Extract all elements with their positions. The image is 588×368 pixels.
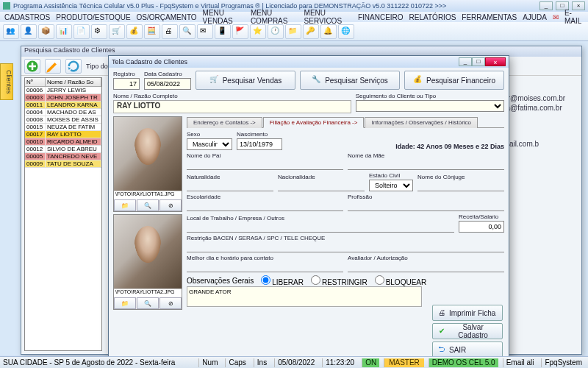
photo1-clear-button[interactable]: ⊘	[159, 199, 182, 211]
pesquisar-financeiro-button[interactable]: 💰 Pesquisar Financeiro	[404, 71, 504, 90]
escolaridade-input[interactable]	[187, 201, 343, 211]
photo-2-image	[114, 215, 182, 289]
photo2-clear-button[interactable]: ⊘	[159, 297, 182, 309]
sair-button[interactable]: ⮌SAIR	[432, 342, 503, 358]
pai-input[interactable]	[187, 160, 343, 170]
col-nome[interactable]: Nome / Razão So	[46, 78, 101, 86]
tool-doc-icon[interactable]: 📄	[74, 24, 90, 39]
radio-restringir[interactable]	[311, 275, 320, 285]
seguimento-select[interactable]	[356, 100, 504, 112]
salvar-button[interactable]: ✔Salvar Cadastro	[432, 323, 503, 339]
refresh-button[interactable]	[65, 59, 82, 74]
tool-search-icon[interactable]: 🔍	[179, 24, 196, 39]
col-no[interactable]: Nº	[25, 78, 46, 86]
modal-min-button[interactable]: _	[459, 57, 472, 66]
nacionalidade-input[interactable]	[278, 181, 365, 191]
table-row[interactable]: 00006JERRY LEWIS	[25, 87, 101, 94]
trabalho-label: Local de Trabalho / Empresa / Outros	[187, 215, 454, 222]
restricao-input[interactable]	[187, 242, 504, 252]
menu-financeiro[interactable]: FINANCEIRO	[358, 13, 404, 21]
radio-liberar[interactable]	[261, 275, 270, 285]
profissao-input[interactable]	[348, 201, 504, 211]
registro-input[interactable]	[113, 78, 140, 90]
tool-mail-icon[interactable]: ✉	[197, 24, 213, 39]
status-email[interactable]: Email ali	[503, 358, 537, 367]
photo2-zoom-button[interactable]: 🔍	[137, 297, 159, 309]
opt-liberar[interactable]: LIBERAR	[261, 275, 304, 286]
avaliador-input[interactable]	[348, 262, 504, 272]
data-cadastro-input[interactable]	[144, 78, 191, 90]
photo1-folder-button[interactable]: 📁	[114, 199, 136, 211]
estado-civil-select[interactable]: Solteiro	[369, 180, 413, 191]
tool-users-icon[interactable]: 👥	[3, 24, 19, 39]
cart-icon: 🛒	[209, 75, 220, 85]
imprimir-button[interactable]: 🖨Imprimir Ficha	[432, 305, 503, 321]
table-row[interactable]: 00017RAY LIOTTO	[25, 131, 101, 138]
menu-cadastros[interactable]: CADASTROS	[4, 13, 50, 21]
table-row[interactable]: 00009TATU DE SOUZA	[25, 160, 101, 168]
tool-calc-icon[interactable]: 🧮	[144, 24, 160, 39]
menu-compras[interactable]: MENU COMPRAS	[251, 9, 298, 25]
trabalho-input[interactable]	[187, 222, 454, 233]
menu-produto[interactable]: PRODUTO/ESTOQUE	[56, 13, 130, 21]
minimize-button[interactable]: _	[539, 1, 553, 10]
table-row[interactable]: 00003JOHN JOSEPH TR	[25, 94, 101, 102]
tool-phone-icon[interactable]: 📱	[215, 24, 231, 39]
horario-input[interactable]	[187, 262, 343, 272]
tool-flag-icon[interactable]: 🚩	[232, 24, 248, 39]
photo2-folder-button[interactable]: 📁	[114, 297, 136, 309]
tab-informacoes[interactable]: Informações / Observações / Histórico	[365, 117, 478, 128]
mae-input[interactable]	[348, 160, 504, 170]
radio-bloquear[interactable]	[375, 275, 384, 285]
menu-vendas[interactable]: MENU VENDAS	[203, 9, 245, 25]
tool-chart-icon[interactable]: 📊	[56, 24, 72, 39]
opt-restringir[interactable]: RESTRINGIR	[311, 275, 368, 286]
modal-max-button[interactable]: □	[472, 57, 485, 66]
table-row[interactable]: 00004MACHADO DE AS	[25, 109, 101, 116]
tab-endereco[interactable]: Endereço e Contatos ->	[187, 117, 262, 128]
receita-input[interactable]	[459, 221, 504, 233]
menu-servicos[interactable]: MENU SERVIÇOS	[304, 9, 352, 25]
add-button[interactable]	[24, 59, 40, 74]
tool-print-icon[interactable]: 🖨	[162, 24, 178, 39]
menu-ajuda[interactable]: AJUDA	[523, 13, 547, 21]
modal-close-button[interactable]: ×	[485, 57, 506, 66]
nascimento-input[interactable]	[237, 138, 282, 150]
tab-filiacao[interactable]: Filiação e Avaliação Financeira ->	[263, 117, 365, 128]
menu-os[interactable]: OS/ORÇAMENTO	[137, 13, 197, 21]
tool-bell-icon[interactable]: 🔔	[320, 24, 337, 39]
nome-value[interactable]: RAY LIOTTO	[113, 100, 351, 113]
sexo-select[interactable]: Masculino	[187, 138, 232, 150]
side-tab-clientes[interactable]: Clientes	[0, 63, 13, 100]
photo1-zoom-button[interactable]: 🔍	[137, 199, 159, 211]
table-row[interactable]: 00005TANCREDO NEVE	[25, 153, 101, 160]
tool-globe-icon[interactable]: 🌐	[338, 24, 354, 39]
modal-header[interactable]: Tela Cadastro de Clientes _ □ ×	[109, 56, 509, 68]
tool-box-icon[interactable]: 📦	[38, 24, 54, 39]
obs-textarea[interactable]: GRANDE ATOR	[187, 286, 422, 307]
tool-cart-icon[interactable]: 🛒	[109, 24, 125, 39]
tool-folder-icon[interactable]: 📁	[285, 24, 301, 39]
opt-bloquear[interactable]: BLOQUEAR	[375, 275, 427, 286]
table-row[interactable]: 00008MOISES DE ASSIS	[25, 116, 101, 124]
photo-1: \FOTO\RAYLIOTTA1.JPG 📁 🔍 ⊘	[113, 116, 182, 212]
menu-ferramentas[interactable]: FERRAMENTAS	[462, 13, 517, 21]
tool-gear-icon[interactable]: ⚙	[91, 24, 107, 39]
tool-star-icon[interactable]: ⭐	[250, 24, 266, 39]
table-row[interactable]: 00011LEANDRO KARNA	[25, 102, 101, 109]
menu-relatorios[interactable]: RELATÓRIOS	[409, 13, 456, 21]
tool-money-icon[interactable]: 💰	[126, 24, 143, 39]
tool-user-icon[interactable]: 👤	[21, 24, 37, 39]
edit-button[interactable]	[45, 59, 61, 74]
tool-clock-icon[interactable]: 🕐	[268, 24, 284, 39]
pesquisar-servicos-button[interactable]: 🔧 Pesquisar Serviços	[300, 71, 400, 90]
table-row[interactable]: 00012SILVIO DE ABREU	[25, 146, 101, 153]
table-row[interactable]: 00010RICARDO ALMEID	[25, 138, 101, 146]
menu-email[interactable]: E-MAIL	[564, 9, 584, 25]
naturalidade-input[interactable]	[187, 181, 273, 191]
clients-grid[interactable]: Nº Nome / Razão So 00006JERRY LEWIS00003…	[24, 77, 102, 351]
tool-key-icon[interactable]: 🔑	[303, 24, 319, 39]
pesquisar-vendas-button[interactable]: 🛒 Pesquisar Vendas	[196, 71, 295, 90]
conjuge-input[interactable]	[417, 181, 504, 191]
table-row[interactable]: 00015NEUZA DE FATIM	[25, 124, 101, 131]
